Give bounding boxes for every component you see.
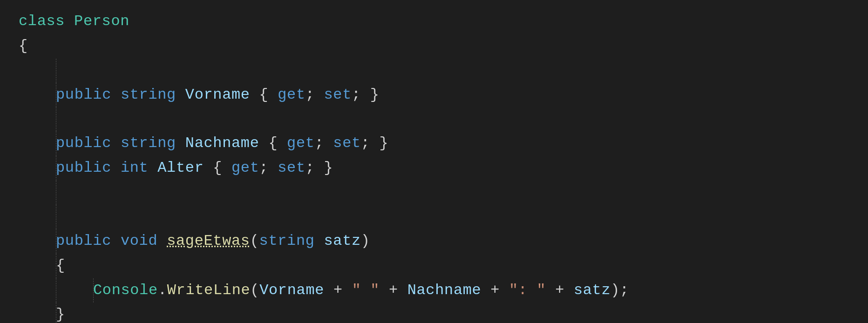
line-console-writeline: Console.WriteLine(Vorname + " " + Nachna… [19,278,868,303]
kw-string-vorname: string [121,83,176,108]
open-brace-outer: { [19,34,28,59]
indent-guide-9 [56,254,56,278]
paren-writeline-close-semi: ); [610,278,629,303]
method-sage-etwas: sageEtwas [167,229,250,254]
line-open-brace-method: { [19,254,868,278]
paren-method-close: ) [361,229,370,254]
line-open-brace-outer: { [19,34,868,59]
class-name: Person [74,9,129,34]
brace-alter-open: { [213,156,222,181]
close-brace-method: } [56,303,65,323]
blank-line-1 [19,59,868,83]
kw-string-nachname: string [121,131,176,156]
kw-public-method: public [56,229,111,254]
semi-vorname-set: ; [352,83,361,108]
brace-nachname-close: } [380,131,389,156]
blank-line-4 [19,205,868,229]
line-class-decl: class Person [19,9,868,34]
indent-guide-4 [56,131,56,156]
dot-1: . [158,278,167,303]
kw-public-vorname: public [56,83,111,108]
console-class: Console [93,278,158,303]
arg-nachname: Nachname [407,278,481,303]
op-plus-2: + [389,278,398,303]
brace-alter-close: } [324,156,333,181]
keyword-class: class [19,9,65,34]
str-space: " " [352,278,380,303]
paren-writeline-open: ( [250,278,259,303]
semi-nachname-get: ; [315,131,324,156]
kw-set-vorname: set [324,83,352,108]
param-satz: satz [324,229,360,254]
brace-nachname-open: { [268,131,278,156]
indent-guide-5 [56,156,56,181]
console-writeline: WriteLine [167,278,251,303]
str-colon: ": " [509,278,546,303]
op-plus-3: + [490,278,500,303]
paren-method-open: ( [250,229,259,254]
kw-int-alter: int [121,156,149,181]
open-brace-method: { [56,254,65,278]
line-close-brace-method: } [19,303,868,323]
arg-satz: satz [574,278,610,303]
kw-get-alter: get [231,156,259,181]
op-plus-1: + [333,278,343,303]
semi-alter-set: ; [305,156,315,181]
prop-nachname: Nachname [185,131,259,156]
code-editor: class Person { public string Vorname { g… [0,0,868,323]
line-method-decl: public void sageEtwas(string satz) [19,229,868,254]
op-plus-4: + [555,278,564,303]
kw-set-nachname: set [333,131,361,156]
semi-vorname-get: ; [305,83,315,108]
line-vorname: public string Vorname { get; set; } [19,83,868,108]
indent-guide-7 [56,205,56,229]
semi-nachname-set: ; [361,131,370,156]
kw-set-alter: set [278,156,305,181]
indent-guide-2 [56,83,56,108]
brace-vorname-close: } [370,83,380,108]
arg-vorname: Vorname [259,278,324,303]
indent-guide-1 [56,59,56,83]
blank-line-3 [19,181,868,205]
prop-alter: Alter [157,156,203,181]
semi-alter-get: ; [259,156,269,181]
line-nachname: public string Nachname { get; set; } [19,131,868,156]
kw-get-nachname: get [287,131,315,156]
kw-void-method: void [121,229,157,254]
line-alter: public int Alter { get; set; } [19,156,868,181]
indent-guide-12 [56,303,56,323]
brace-vorname-open: { [259,83,269,108]
kw-get-vorname: get [278,83,305,108]
prop-vorname: Vorname [185,83,250,108]
indent-guide-3 [56,107,56,131]
blank-line-2 [19,107,868,131]
indent-guide-8 [56,229,56,254]
indent-guide-6 [56,181,56,205]
indent-guide-10 [56,278,56,303]
kw-string-param: string [259,229,315,254]
kw-public-alter: public [56,156,111,181]
kw-public-nachname: public [56,131,111,156]
indent-guide-11 [93,278,94,303]
